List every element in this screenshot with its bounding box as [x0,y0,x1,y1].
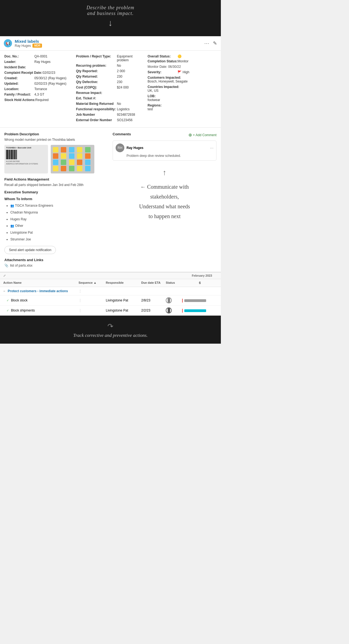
list-item: Chadran Ningunna [10,209,108,216]
qty-reported-row: Qty Reported: 2 000 [76,69,145,73]
updated-label: Updated: [4,82,34,86]
lob-group: LOB: footwear [148,94,216,102]
complaint-receipt-row: Complaint Receipt Date: 02/02/23 [4,71,73,75]
check-icon: ✓ [7,299,9,302]
comments-header: Comments ⊕ + Add Comment [113,132,216,138]
completion-status-label: Completion Status: [148,59,177,63]
block-shipments-label: Block shipments [11,309,35,312]
ext-order-value: SO123456 [117,118,133,122]
header-title-group: Mixed labels Ray Huges MDR [15,39,42,48]
material-returned-label: Material Being Returned [76,102,117,106]
row-block-stock-name: ✓ Block stock [7,298,79,302]
block-stock-label: Block stock [11,298,28,302]
attachment-filename: list of parts.xlsx [10,264,32,267]
regions-value: test [148,107,216,111]
info-panel: Doc. No.: QA-0001 Leader: Ray Huges Inci… [0,51,221,128]
table-header: Action Name Sequence ▲ Responsible Due d… [0,279,221,287]
cost-copq-label: Cost (COPQ): [76,86,117,89]
comment-header: RH Ray Huges ⋯ [116,144,213,152]
col-sequence: Sequence ▲ [79,281,106,285]
complaint-receipt-label: Complaint Receipt Date: [4,71,43,75]
cost-copq-row: Cost (COPQ): $24 000 [76,86,145,89]
header-actions: ⋯ ✎ [204,40,217,46]
add-comment-button[interactable]: ⊕ + Add Comment [188,132,216,138]
field-actions-text: Recall all parts shipped between Jan 3rd… [4,183,108,187]
expand-all-icon[interactable]: ⤢ [3,274,6,277]
header-icon: 📢 [4,39,12,47]
qty-reported-value: 2 000 [117,69,125,73]
gantt-month-label: February 2023 [192,274,212,277]
doc-no-value: QA-0001 [34,54,47,58]
block-stock-dots[interactable]: ⋮ [79,298,106,302]
location-value: Torrance [34,87,47,91]
lob-value: footwear [148,98,216,102]
left-column: Problem Description Wrong model number p… [4,132,108,267]
location-row: Location: Torrance [4,87,73,91]
block-shipments-dots[interactable]: ⋮ [79,309,106,312]
list-item: Huges Ray [10,216,108,222]
col-status: Status [166,281,182,285]
whom-inform-list: 👥 TGCA Torrance Engineers Chadran Ningun… [4,203,108,243]
whom-inform-title: Whom To Inform [4,197,108,201]
ext-ticket-label: Ext. Ticket #: [76,96,117,100]
table-row-block-stock: ✓ Block stock ⋮ Livingstone Pat 2/8/23 [0,295,221,306]
bottom-arrow-icon: ↷ [3,322,218,331]
problem-type-value: Equipment problem [117,54,145,62]
col-responsible: Responsible [106,281,141,285]
recurring-row: Recurring problem: No [76,64,145,68]
exec-summary-title: Executive Summary [4,190,108,194]
annotation-line2: and business impact. [87,11,134,16]
comment-options-icon[interactable]: ⋯ [210,146,213,150]
check-icon: ✓ [7,309,9,312]
postit-grid [51,145,94,173]
material-returned-value: No [117,102,121,106]
created-value: 05/30/12 (Ray Huges) [34,76,66,80]
more-icon[interactable]: ⋯ [204,40,209,46]
collapse-icon[interactable]: − [3,289,5,293]
qty-reported-label: Qty Reported: [76,69,117,73]
comment-card: RH Ray Huges ⋯ Problem deep dive review … [113,141,216,161]
complaint-receipt-value: 02/02/23 [43,71,55,75]
countries-impacted-value: UK, US [148,89,216,93]
info-col-1: Doc. No.: QA-0001 Leader: Ray Huges Inci… [4,54,73,124]
ext-order-label: External Order Number [76,118,117,122]
send-alert-button[interactable]: Send alert update notification [4,246,56,254]
problem-desc-title: Problem Description [4,132,108,136]
attachment-item[interactable]: 📎 list of parts.xlsx [4,264,108,267]
qty-returned-row: Qty Returned: 230 [76,75,145,78]
qty-returned-value: 230 [117,75,122,78]
gantt-bar-cyan [184,309,206,312]
red-line-indicator [182,299,183,303]
header-author: Ray Huges [15,44,31,48]
comment-text: Problem deep dive review scheduled. [116,154,213,158]
incident-date-label: Incident Date: [4,65,34,69]
block-stock-status [166,297,182,303]
comment-author: Ray Huges [127,146,143,150]
completion-status-row: Completion Status: Monitor [148,59,216,63]
bottom-annotation: ↷ Track corrective and preventive action… [0,316,221,344]
group-dots[interactable]: ⋮ [79,289,106,293]
revenue-impact-row: Revenue Impact: [76,91,145,95]
paperclip-icon: 📎 [4,264,8,267]
problem-desc-text: Wrong model number printed on Thoshiba l… [4,138,108,142]
countries-impacted-group: Countries Impacted: UK, US [148,85,216,93]
updated-row: Updated: 02/02/23 (Ray Huges) [4,82,73,86]
header-bar: 📢 Mixed labels Ray Huges MDR ⋯ ✎ [0,36,221,51]
info-col-3: Overall Status: 🟡 Completion Status: Mon… [148,54,216,124]
list-item: 👥 TGCA Torrance Engineers [10,203,108,209]
customers-impacted-label: Customers Impacted: [148,76,216,80]
location-label: Location: [4,87,34,91]
comments-title: Comments [113,132,131,136]
gantt-header: ⤢ February 2023 [0,273,221,279]
ext-order-row: External Order Number SO123456 [76,118,145,122]
created-row: Created: 05/30/12 (Ray Huges) [4,76,73,80]
group-icon: 👥 [10,204,14,207]
problem-type-row: Problem / Reject Type: Equipment problem [76,54,145,62]
two-col-layout: Problem Description Wrong model number p… [4,132,216,267]
group-row-protect-customers: − Protect customers - immediate actions … [0,287,221,295]
edit-icon[interactable]: ✎ [213,40,217,46]
row-block-shipments-name: ✓ Block shipments [7,309,79,312]
updated-value: 02/02/23 (Ray Huges) [34,82,66,86]
overall-status-dot: 🟡 [177,54,182,58]
images-row: TOSHIBA ▪ Barcode Unit [4,145,108,173]
